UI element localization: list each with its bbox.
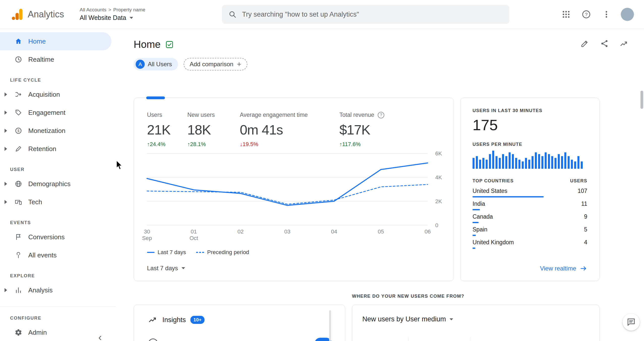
more-vert-icon [602,10,611,19]
search-bar[interactable] [222,5,509,24]
users-per-minute-label: USERS PER MINUTE [473,142,587,147]
sidebar-item-conversions[interactable]: Conversions [0,228,111,246]
share-icon [600,39,609,48]
sidebar-nav: Home Realtime LIFE CYCLE Acquisition Eng… [0,29,115,341]
svg-text:30Sep: 30Sep [142,228,152,241]
legend-preceding-period: Preceding period [196,249,249,256]
page-scrollbar-thumb[interactable] [640,91,643,109]
arrow-right-icon [580,265,587,272]
sidebar-item-retention[interactable]: Retention [0,140,111,158]
clock-icon [15,56,22,63]
sidebar-item-label: All events [28,251,57,259]
sidebar-item-analysis[interactable]: Analysis [0,281,111,299]
home-icon [15,38,22,45]
sidebar-section-explore: EXPLORE [10,273,115,279]
all-users-chip[interactable]: A All Users [134,58,178,71]
svg-text:2K: 2K [435,198,442,204]
expand-arrow-icon [5,111,7,115]
sidebar-item-acquisition[interactable]: Acquisition [0,85,111,104]
expand-arrow-icon [5,288,7,292]
country-users: 11 [581,200,587,207]
sidebar-item-demographics[interactable]: Demographics [0,175,111,193]
property-selector[interactable]: All Website Data [80,14,145,21]
country-name: India [473,200,485,207]
solid-line-swatch [147,252,155,253]
breadcrumb-property-name: Property name [113,7,145,12]
sidebar-item-monetization[interactable]: $ Monetization [0,122,111,140]
svg-text:?: ? [585,12,588,17]
customize-dashboard-button[interactable] [579,38,591,49]
devices-icon [15,198,22,206]
table-gridline [470,337,470,341]
chevron-down-icon [130,17,133,19]
main-content: Home A All Users Add [115,29,644,341]
trending-icon [620,39,628,48]
feedback-chat-button[interactable] [623,314,640,331]
add-comparison-label: Add comparison [190,61,233,68]
globe-icon [15,180,22,188]
add-comparison-button[interactable]: Add comparison + [184,58,247,71]
share-button[interactable] [599,38,610,49]
sidebar-item-label: Tech [28,198,42,206]
metric-value: 21K [147,122,170,138]
new-users-dimension-selector[interactable]: New users by User medium [352,305,599,323]
users-column-header: USERS [570,178,587,184]
page-title: Home [134,39,161,50]
sidebar-item-engagement[interactable]: Engagement [0,104,111,122]
sidebar-item-tech[interactable]: Tech [0,193,111,211]
collapse-sidebar-button[interactable]: ‹ [98,332,102,341]
users-per-minute-chart [473,151,587,169]
app-bar: Analytics All Accounts>Property name All… [0,0,644,29]
sidebar-item-label: Acquisition [28,91,60,98]
property-selector-label: All Website Data [80,14,126,21]
metric-label: New users [187,112,215,118]
chevron-down-icon [182,267,185,269]
breadcrumb-all-accounts[interactable]: All Accounts [80,7,106,12]
metric-value: 0m 41s [240,122,308,138]
svg-text:06: 06 [425,228,431,235]
svg-text:04: 04 [331,228,337,235]
sidebar-item-all-events[interactable]: All events [0,246,111,264]
expand-arrow-icon [5,147,7,151]
sidebar-item-home[interactable]: Home [0,32,111,50]
product-name: Analytics [28,9,64,20]
acquisition-icon [15,91,22,98]
insights-button[interactable] [618,38,630,49]
analytics-logo[interactable]: Analytics [0,7,64,21]
apps-grid-button[interactable] [560,9,572,20]
retention-icon [15,145,22,153]
country-users: 4 [584,239,587,246]
svg-text:05: 05 [378,228,384,235]
sidebar-item-label: Demographics [28,180,71,188]
sidebar-item-label: Monetization [28,127,65,135]
country-name: United States [473,188,507,194]
expand-arrow-icon [5,129,7,133]
apps-grid-icon [562,10,571,19]
more-options-button[interactable] [601,9,612,20]
sidebar-item-label: Conversions [28,233,65,241]
metric-value: $17K [339,122,384,138]
flag-icon [15,233,22,241]
plus-icon: + [237,60,241,68]
search-input[interactable] [242,11,503,18]
sidebar-item-admin[interactable]: Admin [0,323,111,341]
search-icon[interactable] [228,10,237,18]
view-realtime-label: View realtime [540,265,576,272]
help-icon[interactable] [378,112,384,118]
sidebar-item-realtime[interactable]: Realtime [0,50,111,69]
sidebar-section-life-cycle: LIFE CYCLE [10,78,115,83]
realtime-card: USERS IN LAST 30 MINUTES 175 USERS PER M… [460,98,600,281]
country-users: 9 [584,213,587,220]
country-name: United Kingdom [473,239,514,246]
help-button[interactable]: ? [580,9,592,20]
insights-scrollbar[interactable] [329,310,331,341]
date-range-selector[interactable]: Last 7 days [147,265,185,272]
country-row: Canada 9 [473,213,587,223]
account-avatar[interactable] [621,8,634,21]
new-users-card-title: New users by User medium [362,315,446,323]
expand-arrow-icon [5,92,7,96]
country-bar [473,222,479,223]
view-realtime-link[interactable]: View realtime [540,265,587,272]
country-bar [473,209,480,210]
country-row: United States 107 [473,188,587,197]
